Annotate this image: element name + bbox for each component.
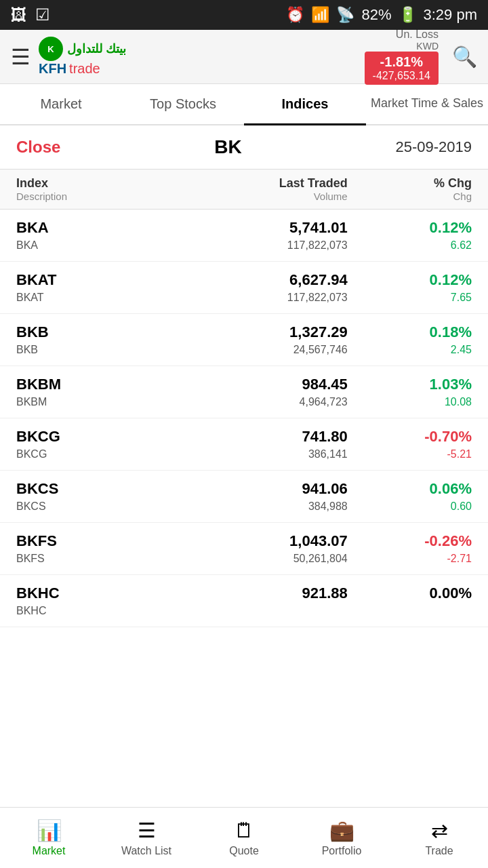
row-index-desc: BKA [16, 239, 182, 252]
row-chg-val: 6.62 [451, 239, 472, 252]
menu-button[interactable]: ☰ [11, 44, 30, 70]
time-label: 3:29 pm [424, 6, 478, 24]
row-volume: 117,822,073 [287, 292, 348, 304]
row-index-col: BKCG BKCG [16, 428, 182, 460]
trade-text: trade [69, 61, 100, 77]
row-index-col: BKHC BKHC [16, 585, 182, 617]
filter-date-label: 25-09-2019 [395, 138, 472, 156]
loss-kwd-label: KWD [416, 41, 439, 52]
check-icon: ☑ [35, 5, 50, 24]
row-index-desc: BKHC [16, 605, 182, 617]
row-index-name: BKCG [16, 428, 182, 446]
row-index-desc: BKCG [16, 448, 182, 460]
loss-label: Un. Loss [396, 28, 439, 41]
col-header-chg: % Chg Chg [348, 176, 472, 202]
table-row[interactable]: BKB BKB 1,327.29 24,567,746 0.18% 2.45 [0, 314, 488, 366]
row-volume: 50,261,804 [293, 553, 348, 565]
row-chg-col: 0.06% 0.60 [348, 480, 472, 513]
close-filter-button[interactable]: Close [16, 138, 60, 157]
table-row[interactable]: BKFS BKFS 1,043.07 50,261,804 -0.26% -2.… [0, 523, 488, 575]
row-chg-col: -0.26% -2.71 [348, 532, 472, 565]
row-index-name: BKAT [16, 271, 182, 289]
row-chg-val: 7.65 [451, 292, 472, 304]
row-index-col: BKB BKB [16, 323, 182, 356]
row-pct: -0.70% [424, 428, 472, 446]
row-index-desc: BKBM [16, 396, 182, 408]
row-last-col: 741.80 386,141 [182, 428, 347, 460]
row-pct: 1.03% [430, 376, 472, 393]
row-volume: 117,822,073 [287, 239, 348, 252]
row-chg-val: -5.21 [447, 448, 472, 460]
row-index-desc: BKCS [16, 500, 182, 513]
row-index-desc: BKFS [16, 553, 182, 565]
row-index-name: BKCS [16, 480, 182, 498]
tab-market[interactable]: Market [0, 84, 122, 124]
unrealized-loss-box: Un. Loss KWD -1.81% -427,653.14 [365, 28, 439, 85]
tab-indices[interactable]: Indices [244, 84, 366, 124]
svg-text:K: K [47, 44, 54, 54]
col-header-index: Index Description [16, 176, 182, 202]
table-row[interactable]: BKCG BKCG 741.80 386,141 -0.70% -5.21 [0, 418, 488, 471]
row-index-col: BKA BKA [16, 219, 182, 252]
table-row[interactable]: BKAT BKAT 6,627.94 117,822,073 0.12% 7.6… [0, 262, 488, 314]
row-chg-val: 10.08 [445, 396, 472, 408]
image-icon: 🖼 [11, 5, 27, 24]
row-last-traded: 1,043.07 [289, 532, 348, 550]
row-index-name: BKFS [16, 532, 182, 550]
row-last-col: 984.45 4,964,723 [182, 376, 347, 408]
table-row[interactable]: BKA BKA 5,741.01 117,822,073 0.12% 6.62 [0, 210, 488, 262]
logo-icon: K [39, 37, 63, 61]
battery-label: 82% [361, 6, 391, 24]
row-volume: 386,141 [308, 448, 348, 460]
row-last-col: 6,627.94 117,822,073 [182, 271, 347, 304]
row-chg-col: 0.12% 6.62 [348, 219, 472, 252]
row-index-name: BKB [16, 323, 182, 341]
row-chg-col: 1.03% 10.08 [348, 376, 472, 408]
row-pct: 0.00% [430, 585, 472, 602]
row-last-col: 941.06 384,988 [182, 480, 347, 513]
row-last-traded: 5,741.01 [289, 219, 348, 237]
row-chg-val: 0.60 [451, 500, 472, 513]
tab-top-stocks[interactable]: Top Stocks [122, 84, 244, 124]
status-bar-left: 🖼 ☑ [11, 5, 50, 24]
row-pct: 0.06% [430, 480, 472, 498]
logo: K بيتك للتداول [39, 37, 126, 61]
table-row[interactable]: BKHC BKHC 921.88 0.00% [0, 575, 488, 627]
row-index-name: BKHC [16, 585, 182, 602]
row-last-traded: 1,327.29 [289, 323, 348, 341]
row-chg-val: -2.71 [447, 553, 472, 565]
row-last-col: 1,043.07 50,261,804 [182, 532, 347, 565]
table-row[interactable]: BKCS BKCS 941.06 384,988 0.06% 0.60 [0, 471, 488, 523]
filter-bk-label[interactable]: BK [214, 136, 241, 158]
kfh-text: KFH [39, 61, 66, 77]
table-row[interactable]: BKBM BKBM 984.45 4,964,723 1.03% 10.08 [0, 366, 488, 418]
row-index-name: BKA [16, 219, 182, 237]
row-last-traded: 984.45 [302, 376, 347, 393]
search-button[interactable]: 🔍 [452, 45, 477, 68]
tab-bar: Market Top Stocks Indices Market Time & … [0, 84, 488, 125]
row-pct: 0.12% [430, 219, 472, 237]
row-volume: 24,567,746 [293, 344, 348, 356]
row-volume: 4,964,723 [300, 396, 348, 408]
row-last-traded: 921.88 [302, 585, 347, 602]
table-header: Index Description Last Traded Volume % C… [0, 170, 488, 210]
signal-icon: 📡 [336, 6, 354, 24]
row-index-name: BKBM [16, 376, 182, 393]
row-last-col: 921.88 [182, 585, 347, 617]
status-bar: 🖼 ☑ ⏰ 📶 📡 82% 🔋 3:29 pm [0, 0, 488, 30]
row-chg-val: 2.45 [451, 344, 472, 356]
loss-value-box: -1.81% -427,653.14 [365, 52, 439, 85]
row-pct: 0.12% [430, 271, 472, 289]
row-last-col: 5,741.01 117,822,073 [182, 219, 347, 252]
row-chg-col: 0.12% 7.65 [348, 271, 472, 304]
tab-market-time-sales[interactable]: Market Time & Sales [366, 84, 488, 124]
loss-pct: -1.81% [373, 54, 430, 70]
indices-table: BKA BKA 5,741.01 117,822,073 0.12% 6.62 … [0, 210, 488, 627]
app-header: ☰ K بيتك للتداول KFH trade Un. Loss KWD … [0, 30, 488, 84]
kfh-trade-label: KFH trade [39, 61, 100, 77]
status-bar-right: ⏰ 📶 📡 82% 🔋 3:29 pm [286, 6, 477, 24]
row-index-col: BKFS BKFS [16, 532, 182, 565]
content-area: Close BK 25-09-2019 Index Description La… [0, 125, 488, 688]
alarm-icon: ⏰ [286, 6, 304, 24]
row-index-desc: BKAT [16, 292, 182, 304]
